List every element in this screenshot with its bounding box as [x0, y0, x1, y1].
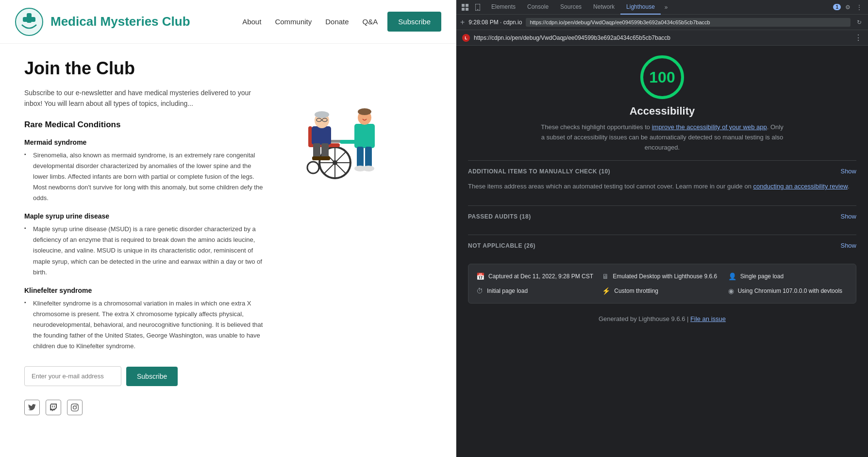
svg-rect-22: [320, 156, 330, 160]
nav-qa[interactable]: Q&A: [363, 17, 378, 26]
bolt-icon: ⚡: [602, 287, 610, 295]
meta-chromium-text: Using Chromium 107.0.0.0 with devtools: [738, 287, 842, 295]
tab-lighthouse[interactable]: Lighthouse: [620, 0, 661, 15]
audit-show-passed[interactable]: Show: [840, 213, 856, 220]
meta-emulated-text: Emulated Desktop with Lighthouse 9.6.6: [613, 272, 717, 281]
svg-rect-2: [23, 17, 35, 22]
meta-captured: 📅 Captured at Dec 11, 2022, 9:28 PM CST: [476, 272, 596, 281]
site-title: Medical Mysteries Club: [50, 14, 190, 29]
chromium-icon: ◉: [728, 287, 734, 295]
audit-title-na: NOT APPLICABLE (26): [468, 242, 535, 249]
page-heading: Join the Club: [24, 58, 267, 79]
svg-rect-11: [308, 126, 312, 146]
devtools-mobile-icon[interactable]: [473, 2, 483, 12]
manual-body-end: .: [848, 183, 850, 190]
add-tab-icon[interactable]: +: [460, 18, 465, 27]
devtools-urlbar: + 9:28:08 PM · cdpn.io ↻: [456, 15, 868, 30]
meta-initial-load: ⏱ Initial page load: [476, 287, 596, 295]
devtools-panel: Elements Console Sources Network Lightho…: [456, 0, 868, 457]
audit-show-na[interactable]: Show: [840, 242, 856, 249]
svg-rect-33: [462, 8, 465, 11]
email-input[interactable]: [24, 366, 121, 386]
audit-header-na[interactable]: NOT APPLICABLE (26) Show: [468, 235, 856, 256]
nav-links: About Community Donate Q&A: [242, 17, 378, 26]
tab-network[interactable]: Network: [587, 0, 620, 15]
lighthouse-metadata: 📅 Captured at Dec 11, 2022, 9:28 PM CST …: [468, 264, 856, 304]
condition-text-2: Klinefelter syndrome is a chromosomal va…: [24, 298, 267, 352]
lh-desc-link[interactable]: improve the accessibility of your web ap…: [652, 123, 767, 131]
lighthouse-url-more[interactable]: ⋮: [854, 33, 862, 42]
lighthouse-url-text: https://cdpn.io/pen/debug/VwdOaqp/ee0945…: [474, 34, 851, 41]
audit-header-manual[interactable]: ADDITIONAL ITEMS TO MANUALLY CHECK (10) …: [468, 161, 856, 182]
svg-rect-19: [313, 143, 320, 158]
svg-point-30: [363, 166, 374, 171]
svg-rect-23: [354, 124, 375, 148]
nav-subscribe-button[interactable]: Subscribe: [387, 12, 441, 32]
nav: Medical Mysteries Club About Community D…: [0, 0, 456, 44]
tab-console[interactable]: Console: [521, 0, 554, 15]
svg-rect-28: [365, 147, 372, 167]
nav-donate[interactable]: Donate: [325, 17, 349, 26]
lighthouse-score-section: 100 Accessibility These checks highlight…: [468, 55, 856, 152]
svg-rect-34: [466, 8, 468, 11]
tab-sources[interactable]: Sources: [554, 0, 587, 15]
subscribe-button[interactable]: Subscribe: [126, 367, 178, 386]
devtools-time: 9:28:08 PM · cdpn.io: [468, 19, 522, 26]
clock-icon: ⏱: [476, 287, 483, 295]
lh-desc-pre: These checks highlight opportunities to: [541, 123, 651, 131]
twitch-icon[interactable]: [46, 400, 61, 415]
tab-elements[interactable]: Elements: [485, 0, 521, 15]
audit-header-passed[interactable]: PASSED AUDITS (18) Show: [468, 206, 856, 227]
monitor-icon: 🖥: [602, 272, 609, 280]
nav-community[interactable]: Community: [275, 17, 312, 26]
tab-more[interactable]: »: [661, 4, 672, 11]
audit-manual-link[interactable]: conducting an accessibility review: [753, 183, 848, 190]
website-panel: Medical Mysteries Club About Community D…: [0, 0, 456, 457]
person-icon: 👤: [728, 272, 736, 280]
svg-point-9: [307, 162, 319, 173]
audit-section-na: NOT APPLICABLE (26) Show: [468, 235, 856, 256]
meta-captured-text: Captured at Dec 11, 2022, 9:28 PM CST: [488, 272, 593, 281]
instagram-icon[interactable]: [67, 400, 83, 415]
devtools-url-input[interactable]: [526, 18, 851, 27]
lighthouse-description: These checks highlight opportunities to …: [541, 122, 784, 152]
social-icons: [24, 400, 267, 430]
lighthouse-generated: Generated by Lighthouse 9.6.6 | File an …: [468, 311, 856, 330]
twitter-icon[interactable]: [24, 400, 40, 415]
condition-klinefelter: Klinefelter syndrome Klinefelter syndrom…: [24, 287, 267, 352]
svg-rect-27: [357, 147, 364, 167]
kebab-menu-icon[interactable]: ⋮: [854, 2, 864, 12]
file-issue-link[interactable]: File an issue: [690, 315, 726, 322]
svg-rect-13: [312, 126, 331, 145]
condition-title-2: Klinefelter syndrome: [24, 287, 267, 294]
badge-count: 1: [833, 4, 841, 10]
svg-rect-31: [462, 4, 465, 7]
reload-icon[interactable]: ↻: [854, 17, 864, 27]
audit-title-passed: PASSED AUDITS (18): [468, 213, 531, 220]
condition-title-0: Mermaid syndrome: [24, 138, 267, 146]
main-content: Join the Club Subscribe to our e-newslet…: [0, 44, 456, 444]
meta-emulated: 🖥 Emulated Desktop with Lighthouse 9.6.6: [602, 272, 722, 281]
svg-rect-20: [321, 143, 329, 158]
nav-about[interactable]: About: [242, 17, 261, 26]
subscribe-section: Subscribe: [24, 366, 267, 386]
section-heading: Rare Medical Conditions: [24, 120, 267, 130]
lighthouse-favicon: L: [462, 34, 470, 42]
audit-title-manual: ADDITIONAL ITEMS TO MANUALLY CHECK (10): [468, 168, 610, 175]
meta-throttle: ⚡ Custom throttling: [602, 287, 722, 295]
audit-show-manual[interactable]: Show: [840, 168, 856, 175]
svg-point-25: [358, 108, 371, 115]
devtools-inspect-icon[interactable]: [460, 2, 470, 12]
audit-manual-body: These items address areas which an autom…: [468, 182, 856, 198]
svg-rect-36: [477, 9, 479, 10]
svg-point-15: [315, 111, 329, 118]
lighthouse-score-circle: 100: [640, 55, 684, 99]
condition-title-1: Maple syrup urine disease: [24, 212, 267, 220]
meta-throttle-text: Custom throttling: [614, 287, 658, 295]
meta-single-page: 👤 Single page load: [728, 272, 848, 281]
settings-icon[interactable]: ⚙: [843, 2, 852, 12]
manual-body-text: These items address areas which an autom…: [468, 183, 753, 190]
meta-initial-load-text: Initial page load: [487, 287, 528, 295]
svg-rect-26: [340, 140, 357, 144]
text-content: Join the Club Subscribe to our e-newslet…: [24, 58, 267, 430]
